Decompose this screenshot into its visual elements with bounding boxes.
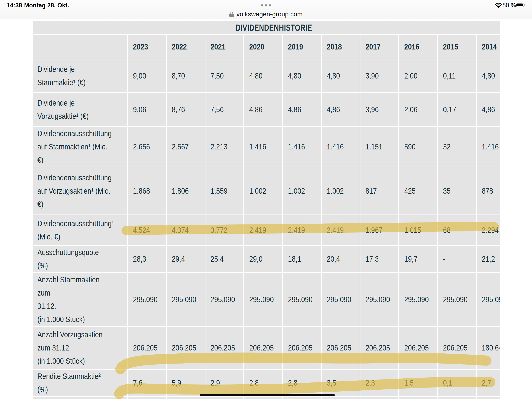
cell-value: 8,76 (172, 105, 185, 114)
value-cell: 3.772 (205, 215, 243, 245)
value-cell: 4,80 (477, 59, 500, 92)
value-cell: 1.967 (361, 215, 399, 245)
cell-value: 295.090 (443, 295, 468, 304)
value-cell: 295.090 (361, 273, 399, 326)
cell-value: 4,86 (327, 105, 340, 114)
tab-overview-dots-icon[interactable] (261, 4, 271, 6)
value-cell: 1.868 (128, 167, 166, 214)
value-cell: 206.205 (283, 327, 321, 369)
value-cell: 295.090 (399, 273, 437, 326)
value-cell: 4,86 (244, 93, 282, 126)
year-label: 2019 (288, 42, 303, 51)
wifi-icon (495, 3, 502, 9)
cell-value: 1.967 (366, 226, 382, 235)
cell-value: 2,06 (404, 105, 418, 114)
cell-value: 206.205 (172, 343, 196, 352)
cell-value: 8,70 (172, 71, 185, 80)
value-cell: 7,56 (205, 93, 243, 126)
cell-value: 1.806 (172, 187, 189, 195)
url-text: volkswagen-group.com (236, 11, 302, 18)
row-label-cell: Anzahl Stammaktien zum 31.12. (in 1.000 … (33, 273, 127, 326)
cell-value: 5,9 (172, 379, 181, 387)
table-title-cell: DIVIDENDENHISTORIE (33, 21, 500, 34)
table-row: Rendite Stammaktie² (%)7,65,92,92,82,83,… (33, 370, 500, 396)
value-cell: 8,70 (167, 59, 205, 92)
dot-icon (269, 4, 271, 6)
value-cell: 2.419 (322, 215, 360, 245)
value-cell: 2.419 (244, 215, 282, 245)
cell-value: 32 (443, 142, 451, 151)
address-bar[interactable]: volkswagen-group.com (0, 10, 532, 18)
value-cell: 2,8 (283, 397, 321, 399)
cell-value: 0,11 (443, 71, 456, 80)
cell-value: 2,7 (482, 379, 491, 387)
value-cell: 0,1 (438, 397, 476, 399)
cell-value: 18,1 (288, 255, 301, 264)
row-label-cell: Dividende je Stammaktie¹ (€) (33, 59, 127, 92)
value-cell: 295.090 (205, 273, 243, 326)
value-cell: 4,86 (283, 93, 321, 126)
year-header-2018: 2018 (322, 35, 360, 59)
cell-value: 68 (443, 226, 451, 235)
cell-value: 2.567 (172, 142, 189, 151)
cell-value: 0,1 (443, 379, 452, 387)
value-cell: 1.416 (244, 127, 282, 167)
cell-value: 1,5 (404, 379, 414, 387)
cell-value: 590 (404, 142, 416, 151)
cell-value: 3,96 (366, 105, 379, 114)
value-cell: 5,9 (167, 370, 205, 396)
battery-percent: 80 % (502, 2, 516, 9)
cell-value: 9,06 (133, 105, 146, 114)
value-cell: 1.416 (283, 127, 321, 167)
table-row: Dividendenausschüttung¹ (Mio. €)4.5244.3… (33, 215, 500, 245)
table-row: Dividende je Stammaktie¹ (€)9,008,707,50… (33, 59, 500, 92)
year-header-2014: 2014 (477, 35, 500, 59)
value-cell: 295.090 (438, 273, 476, 326)
value-cell: 2,00 (399, 59, 437, 92)
value-cell: 9,00 (128, 59, 166, 92)
cell-value: 7,50 (210, 71, 224, 80)
row-label: Dividendenausschüttung¹ (Mio. €) (37, 217, 114, 243)
value-cell: 2,7 (477, 370, 500, 396)
cell-value: 9,00 (133, 71, 146, 80)
cell-value: 1.151 (366, 142, 382, 151)
horizontal-scrollbar[interactable] (200, 394, 335, 396)
cell-value: 1.002 (249, 187, 266, 195)
row-label-cell: Dividendenausschüttung auf Vorzugsaktien… (33, 167, 127, 214)
row-label: Dividende je Stammaktie¹ (€) (37, 63, 86, 89)
cell-value: 4,80 (249, 71, 262, 80)
cell-value: 4,80 (482, 71, 495, 80)
row-label-cell: Ausschüttungsquote (%) (33, 246, 127, 272)
cell-value: 295.090 (133, 295, 158, 304)
cell-value: 206.205 (443, 343, 468, 352)
cell-value: 425 (404, 187, 416, 195)
table-row: Dividende je Vorzugsaktie¹ (€)9,068,767,… (33, 93, 500, 126)
cell-value: 2,8 (249, 379, 259, 387)
cell-value: 2,8 (288, 379, 297, 387)
value-cell: 1.002 (283, 167, 321, 214)
cell-value: 206.205 (133, 343, 158, 352)
value-cell: 4.524 (128, 215, 166, 245)
year-header-2020: 2020 (244, 35, 282, 59)
year-header-2022: 2022 (167, 35, 205, 59)
cell-value: 2.419 (327, 226, 344, 235)
cell-value: 295.090 (327, 295, 351, 304)
cell-value: 295.090 (404, 295, 429, 304)
cell-value: 2.656 (133, 142, 150, 151)
cell-value: 817 (366, 187, 377, 195)
value-cell: 4,3 (205, 397, 243, 399)
dividend-history-table: DIVIDENDENHISTORIE 202320222021202020192… (32, 20, 500, 399)
row-label-cell: Dividende je Vorzugsaktie¹ (€) (33, 93, 127, 126)
cell-value: 4,86 (249, 105, 262, 114)
value-cell: 2,3 (361, 370, 399, 396)
table-row: Ausschüttungsquote (%)28,329,425,429,018… (33, 246, 500, 272)
cell-value: 295.090 (172, 295, 196, 304)
value-cell: 68 (438, 215, 476, 245)
value-cell: 295.090 (477, 273, 500, 326)
value-cell: 2,6 (477, 397, 500, 399)
cell-value: 180.64 (482, 343, 500, 352)
value-cell: 2.419 (283, 215, 321, 245)
row-label: Ausschüttungsquote (%) (37, 246, 111, 272)
value-cell: 1.416 (322, 127, 360, 167)
year-label: 2020 (249, 42, 264, 51)
